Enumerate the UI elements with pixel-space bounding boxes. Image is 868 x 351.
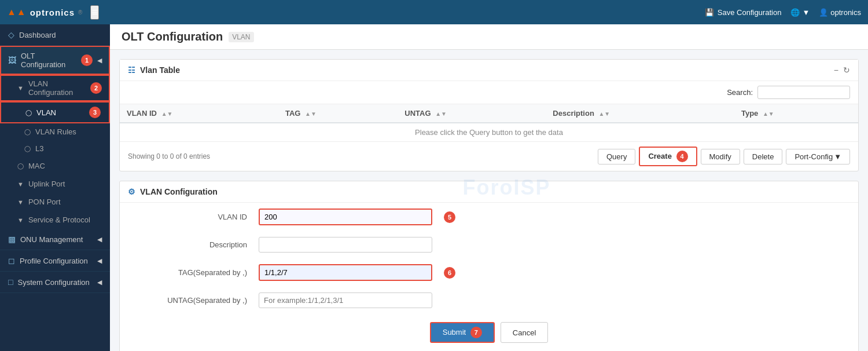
chevron-icon-service: ▼ <box>17 217 24 224</box>
navbar-left: ▲▲ optronics ® ≡ <box>7 5 99 20</box>
vlan-config-header: ⚙ VLAN Configuration <box>120 181 858 203</box>
sort-icon-type: ▲▼ <box>763 111 774 117</box>
delete-button[interactable]: Delete <box>744 149 783 164</box>
system-icon: □ <box>8 277 13 287</box>
tag-input[interactable] <box>259 264 432 281</box>
table-footer: Showing 0 to 0 of 0 entries Query Create… <box>120 142 858 171</box>
user-icon: 👤 <box>819 8 828 17</box>
chevron-icon: ◀ <box>97 57 102 64</box>
col-tag: TAG ▲▼ <box>278 104 398 123</box>
badge-7: 7 <box>470 327 482 338</box>
chevron-icon-pon: ▼ <box>17 199 24 206</box>
vlan-table-panel: ☷ Vlan Table − ↻ Search: VLAN ID <box>119 59 859 171</box>
sidebar: ◇ Dashboard 🖼 OLT Configuration 1 ◀ ▼ VL… <box>0 24 110 351</box>
sidebar-item-vlan-rules[interactable]: ◯ VLAN Rules <box>0 123 110 140</box>
form-row-description: Description <box>120 231 858 258</box>
brand-logo: ▲▲ optronics ® <box>7 7 82 17</box>
sidebar-item-dashboard[interactable]: ◇ Dashboard <box>0 24 110 46</box>
radio-icon: ◯ <box>25 109 32 116</box>
port-config-chevron: ▼ <box>834 152 841 161</box>
query-button[interactable]: Query <box>598 149 635 164</box>
description-input[interactable] <box>259 237 432 253</box>
search-bar: Search: <box>120 81 858 104</box>
breadcrumb: VLAN <box>229 32 253 42</box>
sidebar-item-mac[interactable]: ◯ MAC <box>0 157 110 175</box>
badge-5: 5 <box>444 211 455 223</box>
tag-label: TAG(Separated by ,) <box>155 268 247 277</box>
chevron-icon-uplink: ▼ <box>17 181 24 188</box>
sidebar-item-l3[interactable]: ◯ L3 <box>0 140 110 157</box>
layout: ◇ Dashboard 🖼 OLT Configuration 1 ◀ ▼ VL… <box>0 24 868 351</box>
chevron-down-icon: ▼ <box>17 85 24 92</box>
sidebar-item-vlan-configuration[interactable]: ▼ VLAN Configuration 2 <box>0 75 110 101</box>
chevron-icon-profile: ◀ <box>97 257 102 265</box>
sidebar-item-service-protocol[interactable]: ▼ Service & Protocol <box>0 211 110 229</box>
chevron-icon-system: ◀ <box>97 279 102 286</box>
main-content: ForoISP OLT Configuration VLAN ☷ Vlan Ta… <box>110 24 868 351</box>
create-button[interactable]: Create 4 <box>639 147 697 166</box>
sidebar-item-uplink-port[interactable]: ▼ Uplink Port <box>0 175 110 193</box>
sidebar-item-system-configuration[interactable]: □ System Configuration ◀ <box>0 272 110 293</box>
save-configuration-button[interactable]: 💾 Save Configuration <box>705 8 782 17</box>
port-config-button[interactable]: Port-Config ▼ <box>786 149 850 164</box>
vlan-id-input[interactable] <box>259 209 432 225</box>
vlan-config-panel: ⚙ VLAN Configuration VLAN ID 5 Descripti… <box>119 181 859 351</box>
sidebar-item-vlan[interactable]: ◯ VLAN 3 <box>0 101 110 123</box>
radio-icon-mac: ◯ <box>17 163 24 169</box>
vlan-id-label: VLAN ID <box>155 213 247 221</box>
radio-icon-rules: ◯ <box>24 129 31 135</box>
action-buttons: Query Create 4 Modify Delete Port-Config… <box>598 147 850 166</box>
chevron-down-icon: ▼ <box>802 8 810 17</box>
chevron-icon-onu: ◀ <box>97 236 102 243</box>
sort-icon-untag: ▲▼ <box>435 111 447 117</box>
form-actions: Submit 7 Cancel <box>120 314 858 351</box>
navbar-right: 💾 Save Configuration 🌐 ▼ 👤 optronics <box>705 8 861 17</box>
panel-header-right: − ↻ <box>834 65 850 75</box>
untag-label: UNTAG(Separated by ,) <box>155 296 247 305</box>
globe-icon: 🌐 <box>790 8 800 17</box>
dashboard-icon: ◇ <box>8 30 14 39</box>
page-header: OLT Configuration VLAN <box>110 24 868 50</box>
sidebar-item-pon-port[interactable]: ▼ PON Port <box>0 193 110 211</box>
user-menu-button[interactable]: 👤 optronics <box>819 8 861 17</box>
form-row-tag: TAG(Separated by ,) 6 <box>120 258 858 287</box>
page-title: OLT Configuration <box>122 30 223 43</box>
save-icon: 💾 <box>705 8 714 17</box>
refresh-button[interactable]: ↻ <box>843 65 850 75</box>
sidebar-item-profile-configuration[interactable]: ◻ Profile Configuration ◀ <box>0 250 110 272</box>
table-empty-row: Please click the Query button to get the… <box>120 123 858 142</box>
badge-4: 4 <box>676 151 688 162</box>
badge-6: 6 <box>444 267 455 279</box>
form-row-untag: UNTAG(Separated by ,) <box>120 287 858 314</box>
cancel-button[interactable]: Cancel <box>501 322 548 343</box>
sidebar-item-onu-management[interactable]: ▩ ONU Management ◀ <box>0 229 110 250</box>
config-icon: ⚙ <box>128 187 135 196</box>
language-button[interactable]: 🌐 ▼ <box>790 8 810 17</box>
submit-button[interactable]: Submit 7 <box>430 322 495 343</box>
badge-1: 1 <box>81 54 93 66</box>
radio-icon-l3: ◯ <box>24 145 31 152</box>
sort-icon-tag: ▲▼ <box>305 111 317 117</box>
badge-3: 3 <box>89 107 101 118</box>
table-body: Please click the Query button to get the… <box>120 123 858 142</box>
untag-input[interactable] <box>259 292 432 308</box>
badge-2: 2 <box>90 82 102 94</box>
sort-icon-desc: ▲▼ <box>598 111 610 117</box>
form-row-vlan-id: VLAN ID 5 <box>120 203 858 231</box>
search-input[interactable] <box>757 86 850 99</box>
profile-icon: ◻ <box>8 256 15 265</box>
panel-header: ☷ Vlan Table − ↻ <box>120 60 858 81</box>
minimize-button[interactable]: − <box>834 65 838 75</box>
col-untag: UNTAG ▲▼ <box>398 104 546 123</box>
sidebar-item-olt-configuration[interactable]: 🖼 OLT Configuration 1 ◀ <box>0 46 110 75</box>
hamburger-button[interactable]: ≡ <box>90 5 99 20</box>
search-label: Search: <box>727 88 753 97</box>
modify-button[interactable]: Modify <box>701 149 740 164</box>
vlan-table: VLAN ID ▲▼ TAG ▲▼ UNTAG ▲▼ Description <box>120 104 858 142</box>
description-label: Description <box>155 240 247 249</box>
col-description: Description ▲▼ <box>546 104 734 123</box>
sort-icon-vlanid: ▲▼ <box>161 111 173 117</box>
onu-icon: ▩ <box>8 235 16 244</box>
table-icon: ☷ <box>128 65 135 75</box>
navbar: ▲▲ optronics ® ≡ 💾 Save Configuration 🌐 … <box>0 0 868 24</box>
